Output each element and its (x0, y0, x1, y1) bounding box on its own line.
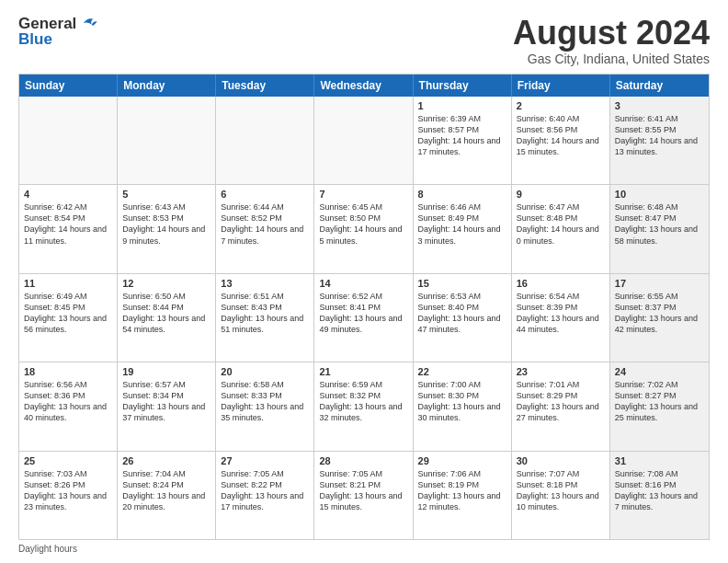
calendar-subtitle: Gas City, Indiana, United States (513, 52, 710, 66)
calendar-header-row: SundayMondayTuesdayWednesdayThursdayFrid… (19, 75, 709, 97)
day-info: Sunrise: 6:56 AM Sunset: 8:36 PM Dayligh… (24, 379, 112, 424)
calendar-cell: 10Sunrise: 6:48 AM Sunset: 8:47 PM Dayli… (610, 185, 709, 272)
day-number: 1 (418, 100, 506, 111)
calendar-title: August 2024 (513, 15, 710, 52)
day-info: Sunrise: 7:08 AM Sunset: 8:16 PM Dayligh… (615, 468, 704, 513)
day-number: 14 (319, 278, 407, 289)
day-info: Sunrise: 6:39 AM Sunset: 8:57 PM Dayligh… (418, 113, 506, 158)
day-info: Sunrise: 6:48 AM Sunset: 8:47 PM Dayligh… (615, 201, 704, 247)
header-day-monday: Monday (118, 75, 216, 97)
header-day-saturday: Saturday (610, 75, 709, 97)
calendar-week-3: 11Sunrise: 6:49 AM Sunset: 8:45 PM Dayli… (19, 274, 709, 362)
day-info: Sunrise: 6:54 AM Sunset: 8:39 PM Dayligh… (517, 291, 605, 336)
calendar-week-4: 18Sunrise: 6:56 AM Sunset: 8:36 PM Dayli… (19, 362, 709, 451)
day-number: 16 (517, 278, 605, 289)
day-info: Sunrise: 6:58 AM Sunset: 8:33 PM Dayligh… (221, 379, 309, 424)
calendar-cell: 16Sunrise: 6:54 AM Sunset: 8:39 PM Dayli… (512, 274, 610, 362)
calendar-cell: 11Sunrise: 6:49 AM Sunset: 8:45 PM Dayli… (19, 274, 118, 362)
calendar-cell: 17Sunrise: 6:55 AM Sunset: 8:37 PM Dayli… (610, 274, 709, 362)
day-info: Sunrise: 6:44 AM Sunset: 8:52 PM Dayligh… (221, 201, 309, 247)
calendar-cell: 22Sunrise: 7:00 AM Sunset: 8:30 PM Dayli… (414, 362, 512, 450)
day-info: Sunrise: 6:55 AM Sunset: 8:37 PM Dayligh… (615, 291, 704, 336)
day-info: Sunrise: 7:04 AM Sunset: 8:24 PM Dayligh… (122, 468, 210, 513)
day-info: Sunrise: 6:43 AM Sunset: 8:53 PM Dayligh… (122, 201, 210, 247)
calendar-cell: 28Sunrise: 7:05 AM Sunset: 8:21 PM Dayli… (314, 452, 413, 539)
day-info: Sunrise: 6:45 AM Sunset: 8:50 PM Dayligh… (319, 201, 407, 247)
header-day-tuesday: Tuesday (216, 75, 314, 97)
calendar-cell: 26Sunrise: 7:04 AM Sunset: 8:24 PM Dayli… (118, 452, 216, 539)
header-day-sunday: Sunday (19, 75, 118, 97)
day-number: 9 (517, 189, 605, 200)
calendar-cell: 27Sunrise: 7:05 AM Sunset: 8:22 PM Dayli… (216, 452, 314, 539)
header-day-thursday: Thursday (414, 75, 512, 97)
day-number: 7 (319, 189, 407, 200)
calendar-cell: 8Sunrise: 6:46 AM Sunset: 8:49 PM Daylig… (414, 185, 512, 272)
day-number: 13 (221, 278, 309, 289)
calendar-cell: 25Sunrise: 7:03 AM Sunset: 8:26 PM Dayli… (19, 452, 118, 539)
day-number: 3 (615, 100, 704, 111)
calendar-cell: 9Sunrise: 6:47 AM Sunset: 8:48 PM Daylig… (512, 185, 610, 272)
calendar-week-2: 4Sunrise: 6:42 AM Sunset: 8:54 PM Daylig… (19, 185, 709, 273)
calendar-cell: 2Sunrise: 6:40 AM Sunset: 8:56 PM Daylig… (512, 97, 610, 184)
calendar-cell: 19Sunrise: 6:57 AM Sunset: 8:34 PM Dayli… (118, 362, 216, 450)
day-info: Sunrise: 7:03 AM Sunset: 8:26 PM Dayligh… (24, 468, 112, 513)
calendar-cell (118, 97, 216, 184)
day-number: 5 (122, 189, 210, 200)
day-number: 24 (615, 366, 704, 377)
day-number: 8 (418, 189, 506, 200)
calendar-cell (19, 97, 118, 184)
day-number: 26 (122, 455, 210, 466)
calendar-cell (314, 97, 413, 184)
title-block: August 2024 Gas City, Indiana, United St… (513, 15, 710, 66)
calendar-cell: 24Sunrise: 7:02 AM Sunset: 8:27 PM Dayli… (610, 362, 709, 450)
calendar-cell: 21Sunrise: 6:59 AM Sunset: 8:32 PM Dayli… (314, 362, 413, 450)
logo-bird-icon (78, 13, 98, 33)
day-number: 19 (122, 366, 210, 377)
calendar-cell: 13Sunrise: 6:51 AM Sunset: 8:43 PM Dayli… (216, 274, 314, 362)
calendar-cell: 4Sunrise: 6:42 AM Sunset: 8:54 PM Daylig… (19, 185, 118, 272)
day-info: Sunrise: 7:07 AM Sunset: 8:18 PM Dayligh… (517, 468, 605, 513)
day-number: 10 (615, 189, 704, 200)
footer-note: Daylight hours (18, 544, 710, 554)
calendar-week-5: 25Sunrise: 7:03 AM Sunset: 8:26 PM Dayli… (19, 452, 709, 539)
logo-blue-text: Blue (18, 31, 98, 49)
calendar-cell: 12Sunrise: 6:50 AM Sunset: 8:44 PM Dayli… (118, 274, 216, 362)
page: General Blue August 2024 Gas City, India… (0, 0, 728, 563)
calendar-week-1: 1Sunrise: 6:39 AM Sunset: 8:57 PM Daylig… (19, 97, 709, 185)
day-number: 22 (418, 366, 506, 377)
day-info: Sunrise: 6:46 AM Sunset: 8:49 PM Dayligh… (418, 201, 506, 247)
day-info: Sunrise: 6:57 AM Sunset: 8:34 PM Dayligh… (122, 379, 210, 424)
calendar-cell (216, 97, 314, 184)
day-info: Sunrise: 6:41 AM Sunset: 8:55 PM Dayligh… (615, 113, 704, 158)
day-number: 17 (615, 278, 704, 289)
day-info: Sunrise: 6:59 AM Sunset: 8:32 PM Dayligh… (319, 379, 407, 424)
day-number: 18 (24, 366, 112, 377)
day-number: 23 (517, 366, 605, 377)
day-number: 15 (418, 278, 506, 289)
calendar-cell: 18Sunrise: 6:56 AM Sunset: 8:36 PM Dayli… (19, 362, 118, 450)
day-info: Sunrise: 6:49 AM Sunset: 8:45 PM Dayligh… (24, 291, 112, 336)
calendar-cell: 20Sunrise: 6:58 AM Sunset: 8:33 PM Dayli… (216, 362, 314, 450)
calendar-cell: 7Sunrise: 6:45 AM Sunset: 8:50 PM Daylig… (314, 185, 413, 272)
day-info: Sunrise: 6:40 AM Sunset: 8:56 PM Dayligh… (517, 113, 605, 158)
day-info: Sunrise: 7:06 AM Sunset: 8:19 PM Dayligh… (418, 468, 506, 513)
day-number: 25 (24, 455, 112, 466)
day-number: 12 (122, 278, 210, 289)
day-info: Sunrise: 6:53 AM Sunset: 8:40 PM Dayligh… (418, 291, 506, 336)
day-info: Sunrise: 7:01 AM Sunset: 8:29 PM Dayligh… (517, 379, 605, 424)
day-info: Sunrise: 6:42 AM Sunset: 8:54 PM Dayligh… (24, 201, 112, 247)
day-number: 4 (24, 189, 112, 200)
day-info: Sunrise: 7:00 AM Sunset: 8:30 PM Dayligh… (418, 379, 506, 424)
day-info: Sunrise: 7:05 AM Sunset: 8:22 PM Dayligh… (221, 468, 309, 513)
calendar-cell: 5Sunrise: 6:43 AM Sunset: 8:53 PM Daylig… (118, 185, 216, 272)
header-day-wednesday: Wednesday (314, 75, 413, 97)
day-number: 28 (319, 455, 407, 466)
day-number: 27 (221, 455, 309, 466)
day-number: 30 (517, 455, 605, 466)
calendar-cell: 14Sunrise: 6:52 AM Sunset: 8:41 PM Dayli… (314, 274, 413, 362)
header-day-friday: Friday (512, 75, 610, 97)
calendar-body: 1Sunrise: 6:39 AM Sunset: 8:57 PM Daylig… (19, 97, 709, 539)
day-info: Sunrise: 7:05 AM Sunset: 8:21 PM Dayligh… (319, 468, 407, 513)
calendar-cell: 29Sunrise: 7:06 AM Sunset: 8:19 PM Dayli… (414, 452, 512, 539)
day-info: Sunrise: 6:52 AM Sunset: 8:41 PM Dayligh… (319, 291, 407, 336)
